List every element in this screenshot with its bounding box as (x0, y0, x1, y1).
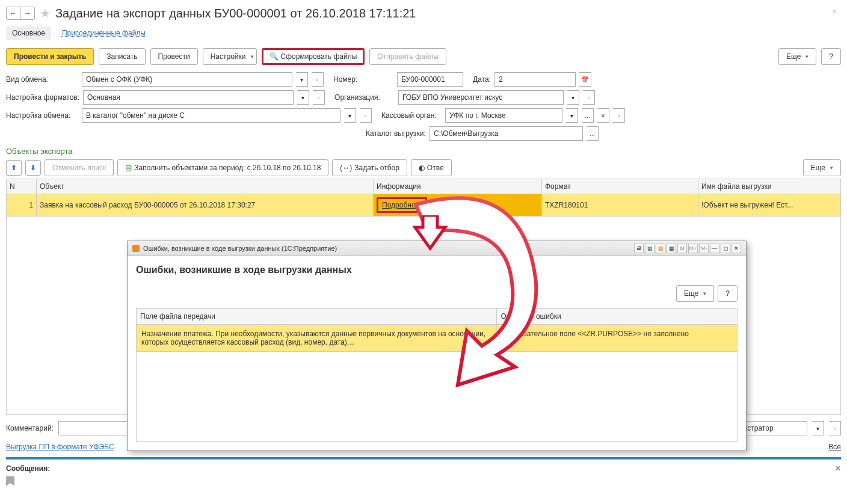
open-icon[interactable]: ▫ (583, 90, 595, 105)
m-minus-button[interactable]: M- (699, 244, 709, 253)
nav-forward-button[interactable]: → (20, 7, 35, 20)
link-all[interactable]: Все (828, 443, 841, 451)
m-plus-button[interactable]: M+ (688, 244, 698, 253)
calendar-icon[interactable]: 📅 (579, 72, 591, 87)
close-icon[interactable]: ✕ (732, 244, 741, 253)
date-label: Дата: (473, 75, 491, 84)
move-down-button[interactable]: ⬇ (25, 160, 41, 176)
tab-attached-files[interactable]: Присоединенные файлы (62, 26, 146, 40)
col-filename[interactable]: Имя файла выгрузки (698, 179, 841, 194)
ellipsis-icon[interactable]: … (582, 108, 594, 123)
open-icon[interactable]: ▫ (613, 108, 625, 123)
errors-dialog: Ошибки, возникшие в ходе выгрузки данных… (127, 241, 747, 451)
minimize-icon[interactable]: — (710, 244, 719, 253)
close-icon[interactable]: ✕ (831, 7, 837, 16)
number-field[interactable]: БУ00-000001 (397, 72, 463, 87)
open-icon[interactable]: ▫ (360, 108, 372, 123)
org-field[interactable]: ГОБУ ВПО Университет искус (398, 90, 564, 105)
dropdown-icon[interactable]: ▾ (567, 90, 579, 105)
magnifier-icon: 🔍 (270, 52, 279, 61)
export-dir-field[interactable]: C:\Обмен\Выгрузка (430, 126, 583, 141)
dropdown-icon[interactable]: ▾ (296, 72, 308, 87)
dialog-more-button[interactable]: Еще (676, 285, 714, 302)
open-icon[interactable]: ▫ (312, 72, 324, 87)
dialog-help-button[interactable]: ? (718, 285, 738, 302)
app-icon (132, 245, 140, 252)
clear-icon[interactable]: × (597, 108, 609, 123)
favorite-star-icon[interactable]: ★ (40, 6, 51, 20)
org-label: Организация: (334, 93, 395, 102)
format-setting-label: Настройка форматов: (6, 93, 79, 102)
col-info[interactable]: Информация (374, 179, 542, 194)
nav-back-button[interactable]: ← (6, 7, 20, 20)
dialog-heading: Ошибки, возникшие в ходе выгрузки данных (136, 265, 738, 275)
exchange-setting-field[interactable]: В каталог "обмен" на диске С (82, 108, 340, 123)
bookmark-icon[interactable] (6, 476, 14, 486)
set-filter-button[interactable]: (↔) Задать отбор (332, 159, 407, 176)
dropdown-icon[interactable]: ▾ (812, 421, 824, 435)
post-and-close-button[interactable]: Провести и закрыть (6, 48, 94, 65)
print-icon[interactable]: 🖶 (634, 244, 644, 253)
calendar-icon[interactable]: ▦ (645, 244, 654, 253)
dropdown-icon[interactable]: ▾ (566, 108, 578, 123)
export-objects-table: N Объект Информация Формат Имя файла выг… (6, 179, 841, 217)
comment-label: Комментарий: (6, 424, 54, 432)
number-label: Номер: (333, 75, 393, 84)
generate-files-button[interactable]: 🔍 Сформировать файлы (262, 48, 365, 65)
calc-icon[interactable]: ▦ (656, 244, 665, 253)
details-link[interactable]: Подробно... (377, 197, 427, 213)
list-icon: ▤ (125, 164, 132, 172)
settings-button[interactable]: Настройки (203, 48, 257, 65)
exchange-type-label: Вид обмена: (6, 75, 78, 84)
switch-icon: ◐ (419, 164, 425, 172)
responsible-toggle-button[interactable]: ◐ Отве (411, 159, 452, 176)
link-ufebs[interactable]: Выгрузка ПП в формате УФЭБС (6, 443, 114, 451)
m-button[interactable]: M (677, 244, 687, 253)
maximize-icon[interactable]: ◻ (721, 244, 730, 253)
col-object[interactable]: Объект (37, 179, 374, 194)
move-up-button[interactable]: ⬆ (6, 160, 22, 176)
dropdown-icon[interactable]: ▾ (297, 90, 309, 105)
col-desc[interactable]: Описание ошибки (497, 309, 738, 325)
cash-org-label: Кассовый орган: (381, 111, 442, 120)
page-title: Задание на экспорт данных БУ00-000001 от… (55, 7, 416, 20)
export-objects-title: Объекты экспорта (6, 147, 841, 156)
send-files-button[interactable]: Отправить файлы (369, 48, 446, 65)
col-field[interactable]: Поле файла передачи (137, 309, 497, 325)
open-icon[interactable]: ▫ (313, 90, 325, 105)
table-row[interactable]: Назначение платежа. При необходимости, у… (137, 325, 738, 352)
exchange-setting-label: Настройка обмена: (6, 111, 78, 120)
messages-title: Сообщения: (6, 464, 50, 473)
cancel-search-button[interactable]: Отменить поиск (45, 159, 114, 176)
more-button[interactable]: Еще (803, 159, 841, 176)
filter-icon: (↔) (340, 164, 352, 172)
errors-table: Поле файла передачи Описание ошибки Назн… (136, 308, 738, 352)
ellipsis-icon[interactable]: … (587, 126, 599, 141)
open-icon[interactable]: ▫ (829, 421, 841, 435)
cash-org-field[interactable]: УФК по г. Москве (445, 108, 562, 123)
write-button[interactable]: Записать (99, 48, 145, 65)
export-dir-label: Каталог выгрузки: (366, 129, 426, 138)
exchange-type-field[interactable]: Обмен с ОФК (УФК) (82, 72, 292, 87)
dialog-title: Ошибки, возникшие в ходе выгрузки данных… (143, 245, 337, 252)
help-button[interactable]: ? (821, 48, 841, 65)
post-button[interactable]: Провести (150, 48, 198, 65)
col-n[interactable]: N (7, 179, 37, 194)
format-setting-field[interactable]: Основная (83, 90, 294, 105)
calendar2-icon[interactable]: ▦ (667, 244, 676, 253)
col-format[interactable]: Формат (542, 179, 698, 194)
fill-period-button[interactable]: ▤ Заполнить объектами за период: с 26.10… (117, 159, 328, 176)
tab-main[interactable]: Основное (6, 26, 51, 40)
more-button[interactable]: Еще (778, 48, 816, 65)
messages-close-icon[interactable]: ✕ (835, 464, 841, 473)
date-field[interactable]: 2 (494, 72, 576, 87)
table-row[interactable]: 1 Заявка на кассовый расход БУ00-000005 … (7, 194, 841, 217)
dropdown-icon[interactable]: ▾ (344, 108, 356, 123)
